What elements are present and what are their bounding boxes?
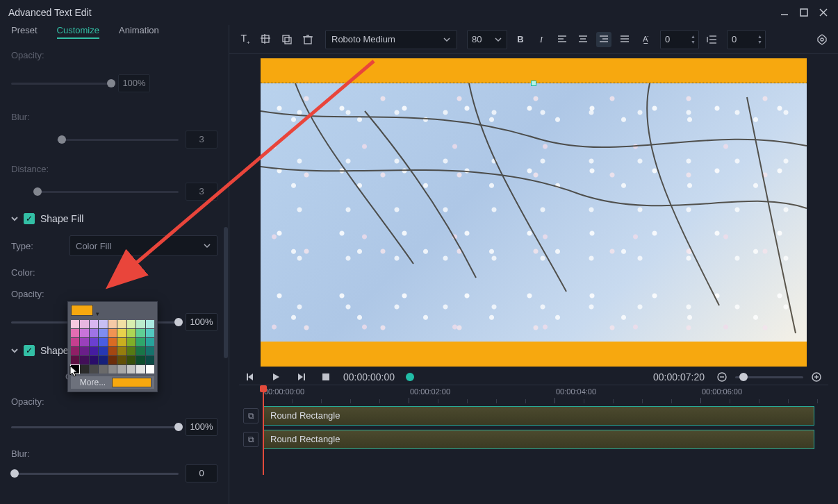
step-back-button[interactable] bbox=[243, 369, 258, 385]
line-spacing-icon[interactable] bbox=[705, 32, 720, 47]
timeline[interactable]: 00:00:00:0000:00:02:0000:00:04:0000:00:0… bbox=[239, 385, 828, 475]
color-swatch[interactable] bbox=[136, 329, 145, 337]
color-swatch[interactable] bbox=[117, 329, 126, 337]
color-swatch[interactable] bbox=[71, 329, 79, 337]
italic-button[interactable]: I bbox=[534, 32, 549, 47]
color-swatch[interactable] bbox=[146, 356, 154, 364]
shape-border-checkbox[interactable]: ✓ bbox=[24, 345, 35, 356]
color-swatch[interactable] bbox=[71, 347, 79, 355]
bold-button[interactable]: B bbox=[513, 32, 528, 47]
shadow-opacity-value[interactable]: 100% bbox=[118, 74, 150, 92]
preview-canvas[interactable] bbox=[261, 58, 807, 367]
color-swatch[interactable] bbox=[146, 338, 154, 346]
maximize-button[interactable] bbox=[798, 6, 810, 19]
color-swatch[interactable] bbox=[136, 365, 145, 373]
color-swatch[interactable] bbox=[90, 365, 98, 373]
char-spacing-icon[interactable]: A̲͘ bbox=[638, 32, 653, 47]
selection-handle[interactable] bbox=[531, 81, 536, 86]
transport-scrub[interactable] bbox=[410, 376, 638, 378]
add-text-button[interactable]: T+ bbox=[238, 32, 253, 47]
color-swatch[interactable] bbox=[127, 347, 135, 355]
align-left-icon[interactable] bbox=[554, 32, 570, 47]
crop-icon[interactable] bbox=[258, 32, 274, 47]
shadow-distance-slider[interactable] bbox=[35, 191, 179, 193]
color-swatch[interactable] bbox=[146, 329, 154, 337]
zoom-slider[interactable] bbox=[735, 376, 803, 378]
title-shape-top[interactable] bbox=[261, 58, 807, 83]
minimize-button[interactable] bbox=[778, 6, 791, 19]
color-swatch[interactable] bbox=[108, 356, 117, 364]
color-swatch[interactable] bbox=[108, 338, 117, 346]
color-swatch[interactable] bbox=[80, 365, 88, 373]
color-swatch[interactable] bbox=[136, 356, 145, 364]
shape-border-blur-slider[interactable] bbox=[11, 473, 179, 475]
color-swatch[interactable] bbox=[127, 329, 135, 337]
color-swatch[interactable] bbox=[99, 347, 107, 355]
color-swatch[interactable] bbox=[90, 356, 98, 364]
playhead[interactable] bbox=[263, 385, 264, 475]
line-spacing-input[interactable]: 0▲▼ bbox=[727, 30, 766, 49]
color-swatch[interactable] bbox=[127, 365, 135, 373]
color-swatch[interactable] bbox=[99, 329, 107, 337]
track-type-icon[interactable]: ⧉ bbox=[243, 432, 258, 447]
color-swatch[interactable] bbox=[146, 365, 154, 373]
shape-fill-type-select[interactable]: Color Fill bbox=[69, 235, 217, 256]
color-swatch[interactable] bbox=[117, 338, 126, 346]
settings-icon[interactable] bbox=[814, 32, 830, 47]
duplicate-icon[interactable] bbox=[279, 32, 295, 47]
color-swatch[interactable] bbox=[117, 365, 126, 373]
color-swatch[interactable] bbox=[80, 329, 88, 337]
timeline-ruler[interactable]: 00:00:00:0000:00:02:0000:00:04:0000:00:0… bbox=[263, 385, 828, 403]
shape-border-opacity-value[interactable]: 100% bbox=[186, 418, 217, 436]
color-more-button[interactable]: More... bbox=[74, 378, 112, 387]
tab-preset[interactable]: Preset bbox=[11, 25, 38, 37]
color-swatch[interactable] bbox=[117, 356, 126, 364]
track-type-icon[interactable]: ⧉ bbox=[243, 408, 258, 423]
align-right-icon[interactable] bbox=[596, 32, 611, 47]
color-swatch[interactable] bbox=[80, 356, 88, 364]
shape-fill-checkbox[interactable]: ✓ bbox=[24, 213, 35, 224]
close-button[interactable] bbox=[817, 6, 830, 19]
play-button[interactable] bbox=[268, 369, 284, 385]
color-current-swatch[interactable] bbox=[71, 305, 93, 316]
trash-icon[interactable] bbox=[300, 32, 315, 47]
font-select[interactable]: Roboto Medium bbox=[325, 30, 457, 49]
zoom-out-button[interactable] bbox=[714, 369, 730, 385]
shape-fill-opacity-value[interactable]: 100% bbox=[186, 313, 217, 331]
shape-border-blur-value[interactable]: 0 bbox=[186, 464, 217, 482]
color-swatch[interactable] bbox=[108, 329, 117, 337]
color-swatch[interactable] bbox=[117, 320, 126, 328]
color-picker-popup[interactable]: ▾ More... bbox=[67, 301, 158, 392]
color-swatch[interactable] bbox=[127, 338, 135, 346]
color-swatch[interactable] bbox=[80, 347, 88, 355]
font-size-select[interactable]: 80 bbox=[467, 30, 507, 49]
color-swatch[interactable] bbox=[136, 347, 145, 355]
color-swatch[interactable] bbox=[99, 338, 107, 346]
align-justify-icon[interactable] bbox=[617, 32, 632, 47]
color-grid[interactable] bbox=[71, 320, 154, 373]
color-swatch[interactable] bbox=[90, 347, 98, 355]
color-swatch[interactable] bbox=[127, 356, 135, 364]
align-center-icon[interactable] bbox=[575, 32, 591, 47]
color-swatch[interactable] bbox=[71, 338, 79, 346]
shape-border-opacity-slider[interactable] bbox=[11, 426, 179, 428]
color-swatch[interactable] bbox=[71, 320, 79, 328]
stop-button[interactable] bbox=[318, 369, 334, 385]
sidebar-scrollbar[interactable] bbox=[224, 227, 228, 358]
color-swatch[interactable] bbox=[108, 320, 117, 328]
shadow-opacity-slider[interactable] bbox=[11, 83, 111, 85]
step-forward-button[interactable] bbox=[293, 369, 309, 385]
color-swatch[interactable] bbox=[80, 320, 88, 328]
color-swatch[interactable] bbox=[136, 320, 145, 328]
tab-customize[interactable]: Customize bbox=[57, 25, 99, 39]
color-swatch[interactable] bbox=[146, 320, 154, 328]
color-swatch[interactable] bbox=[90, 320, 98, 328]
color-swatch[interactable] bbox=[99, 356, 107, 364]
color-swatch[interactable] bbox=[90, 338, 98, 346]
color-swatch[interactable] bbox=[108, 365, 117, 373]
color-swatch[interactable] bbox=[146, 347, 154, 355]
timeline-clip[interactable]: Round Rectangle bbox=[263, 406, 814, 426]
char-spacing-input[interactable]: 0▲▼ bbox=[660, 30, 699, 49]
color-swatch[interactable] bbox=[71, 356, 79, 364]
shadow-blur-value[interactable]: 3 bbox=[186, 131, 217, 149]
